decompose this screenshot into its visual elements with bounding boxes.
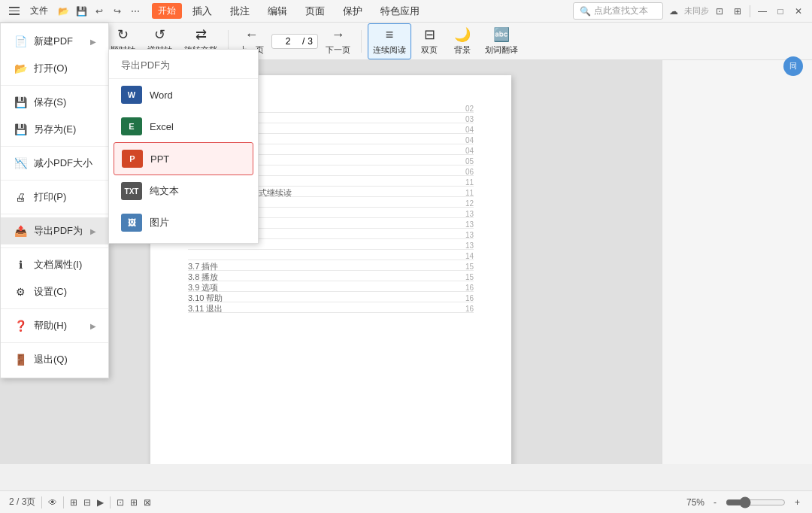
open-folder-icon[interactable]: 📂 xyxy=(56,4,71,19)
export-icon: 📤 xyxy=(13,223,28,238)
search-icon: 🔍 xyxy=(580,6,591,17)
page-input[interactable] xyxy=(277,36,299,47)
clockwise-icon: ↻ xyxy=(117,26,129,43)
next-page-icon: → xyxy=(332,27,345,43)
thumb1-icon: ⊡ xyxy=(117,497,124,508)
status-bar: 2 / 3页 👁 ⊞ ⊟ ▶ ⊡ ⊞ ⊠ 75% - + xyxy=(0,490,812,513)
minimize-icon[interactable]: — xyxy=(755,4,770,19)
export-ppt-item[interactable]: P PPT xyxy=(114,142,253,175)
background-btn[interactable]: 🌙 背景 xyxy=(447,23,477,59)
print-item[interactable]: 🖨 打印(P) xyxy=(1,184,108,211)
current-page-num: 2 xyxy=(9,496,14,507)
expand-icon[interactable]: ⊞ xyxy=(730,4,745,19)
start-tab[interactable]: 开始 xyxy=(152,3,182,19)
zoom-minus-btn[interactable]: - xyxy=(710,497,720,508)
double-page-icon: ⊟ xyxy=(424,26,435,43)
special-menu[interactable]: 特色应用 xyxy=(373,2,427,21)
reduce-item[interactable]: 📉 减小PDF大小 xyxy=(1,150,108,177)
search-placeholder: 点此查找文本 xyxy=(594,5,648,17)
save-item[interactable]: 💾 保存(S) xyxy=(1,89,108,116)
view-mode-group: ≡ 连续阅读 ⊟ 双页 🌙 背景 🔤 划词翻译 xyxy=(368,23,523,59)
zoom-controls: 75% - + xyxy=(686,496,803,508)
search-bar[interactable]: 🔍 点此查找文本 xyxy=(573,2,663,20)
menu-sep-1 xyxy=(1,85,108,86)
print-icon: 🖨 xyxy=(13,190,28,205)
export-text-item[interactable]: TXT 纯文本 xyxy=(109,175,258,207)
settings-item[interactable]: ⚙ 设置(C) xyxy=(1,278,108,305)
edit-menu[interactable]: 编辑 xyxy=(260,2,295,21)
save-as-icon: 💾 xyxy=(13,122,28,137)
pdf-line-16: 3.7 插件 15 xyxy=(188,263,474,271)
continuous-read-btn[interactable]: ≡ 连续阅读 xyxy=(368,23,411,59)
protect-menu[interactable]: 保护 xyxy=(335,2,370,21)
page-menu[interactable]: 页面 xyxy=(298,2,332,21)
maximize-icon[interactable]: □ xyxy=(773,4,788,19)
insert-menu[interactable]: 插入 xyxy=(185,2,220,21)
redo-icon[interactable]: ↪ xyxy=(110,4,125,19)
status-sep-2 xyxy=(63,496,64,508)
excel-icon: E xyxy=(121,117,142,135)
properties-label: 文档属性(I) xyxy=(34,258,82,272)
exit-label: 退出(Q) xyxy=(34,353,68,366)
double-page-btn[interactable]: ⊟ 双页 xyxy=(414,23,444,59)
page-input-group: / 3 xyxy=(271,34,318,49)
export-excel-item[interactable]: E Excel xyxy=(109,111,258,142)
more-icon[interactable]: ⋯ xyxy=(128,4,143,19)
img-icon: 🖼 xyxy=(121,214,142,232)
hamburger-menu[interactable] xyxy=(6,4,23,18)
export-item[interactable]: 📤 导出PDF为 ▶ xyxy=(1,217,108,244)
help-arrow: ▶ xyxy=(90,322,96,330)
excel-label: Excel xyxy=(150,121,174,132)
print-label: 打印(P) xyxy=(34,190,66,204)
menu-sep-6 xyxy=(1,308,108,309)
properties-item[interactable]: ℹ 文档属性(I) xyxy=(1,251,108,278)
status-sep-3 xyxy=(110,496,111,508)
save-icon[interactable]: 💾 xyxy=(74,4,89,19)
open-icon: 📂 xyxy=(13,61,28,76)
word-label: Word xyxy=(150,90,173,101)
settings-icon: ⚙ xyxy=(13,284,28,299)
file-menu: 📄 新建PDF ▶ 📂 打开(O) 💾 保存(S) 💾 另存为(E) 📉 减小P… xyxy=(0,23,109,378)
save-icon: 💾 xyxy=(13,95,28,110)
thumb2-icon: ⊞ xyxy=(130,497,138,508)
close-icon[interactable]: ✕ xyxy=(791,4,806,19)
save-as-item[interactable]: 💾 另存为(E) xyxy=(1,116,108,143)
annotate-menu[interactable]: 批注 xyxy=(223,2,257,21)
settings-label: 设置(C) xyxy=(34,285,67,299)
sync-badge[interactable]: 同 xyxy=(783,56,803,76)
reduce-icon: 📉 xyxy=(13,156,28,171)
new-pdf-arrow: ▶ xyxy=(90,38,96,46)
exit-item[interactable]: 🚪 退出(Q) xyxy=(1,346,108,373)
export-word-item[interactable]: W Word xyxy=(109,79,258,111)
zoom-slider[interactable] xyxy=(726,496,786,508)
pdf-line-19: 3.10 帮助 16 xyxy=(188,295,474,302)
help-item[interactable]: ❓ 帮助(H) ▶ xyxy=(1,312,108,339)
new-pdf-item[interactable]: 📄 新建PDF ▶ xyxy=(1,28,108,55)
total-pages: 3 xyxy=(308,36,313,47)
undo-icon[interactable]: ↩ xyxy=(92,4,107,19)
total-pages-status: 3页 xyxy=(22,496,36,507)
image-label: 图片 xyxy=(150,216,169,229)
counter-cw-icon: ↺ xyxy=(154,26,165,43)
txt-icon: TXT xyxy=(121,182,142,200)
export-image-item[interactable]: 🖼 图片 xyxy=(109,207,258,238)
zoom-plus-btn[interactable]: + xyxy=(792,497,803,508)
sync-icon[interactable]: ☁ xyxy=(666,4,681,19)
grid2-icon: ⊟ xyxy=(83,497,91,508)
properties-icon: ℹ xyxy=(13,257,28,272)
translate-btn[interactable]: 🔤 划词翻译 xyxy=(480,23,523,59)
page-slash: / xyxy=(17,496,22,507)
file-menu-btn[interactable]: 文件 xyxy=(26,3,53,19)
next-page-btn[interactable]: → 下一页 xyxy=(321,24,355,59)
menu-sep-7 xyxy=(1,342,108,343)
export-submenu-title: 导出PDF为 xyxy=(109,54,258,79)
window-icon[interactable]: ⊡ xyxy=(712,4,727,19)
export-label: 导出PDF为 xyxy=(34,224,83,238)
sync-label: 未同步 xyxy=(684,5,709,17)
help-icon: ❓ xyxy=(13,318,28,333)
menu-sep-2 xyxy=(1,146,108,147)
page-separator: / xyxy=(302,36,304,47)
title-bar: 文件 📂 💾 ↩ ↪ ⋯ 开始 插入 批注 编辑 页面 保护 特色应用 🔍 点此… xyxy=(0,0,812,23)
open-item[interactable]: 📂 打开(O) xyxy=(1,55,108,82)
zoom-level: 75% xyxy=(686,497,704,508)
